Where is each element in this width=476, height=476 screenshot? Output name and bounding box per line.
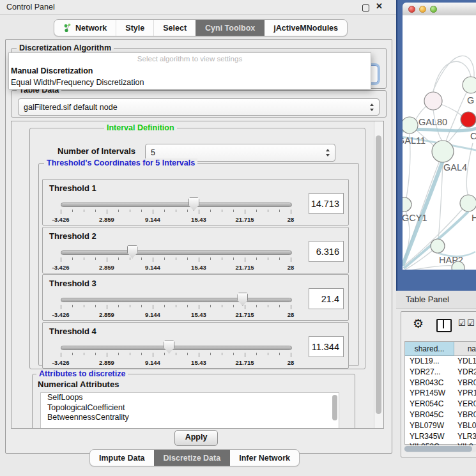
control-panel-tabbar: NetworkStyleSelectCyni ToolboxjActiveMNo…	[54, 19, 348, 36]
slider-track[interactable]	[61, 298, 292, 302]
network-node-gal4[interactable]	[432, 141, 454, 162]
slider-tick	[233, 257, 234, 260]
tab-style[interactable]: Style	[116, 20, 153, 36]
tab-label: Network	[75, 24, 107, 33]
network-node-g[interactable]	[463, 77, 476, 93]
list-scrollbar[interactable]	[332, 395, 337, 420]
slider-thumb[interactable]	[127, 245, 138, 259]
tab-cyni-toolbox[interactable]: Cyni Toolbox	[196, 20, 264, 36]
slider-track[interactable]	[61, 346, 292, 350]
cell-shared-name[interactable]: YBR045C	[405, 410, 454, 420]
slider-tick	[130, 257, 130, 260]
close-icon[interactable]: ✕	[376, 1, 383, 11]
column-header-shared-name[interactable]: shared...	[405, 342, 454, 356]
network-canvas[interactable]: GAL80GCGAL11GAL4GCY1HHAP2	[403, 15, 476, 270]
table-row[interactable]: YBR043CYBR0	[405, 378, 476, 388]
table-horizontal-scrollbar-thumb[interactable]	[404, 446, 472, 452]
zoom-traffic-light-icon[interactable]	[430, 6, 437, 13]
network-node-gcy1[interactable]	[403, 197, 411, 211]
cell-name[interactable]: YDL1	[454, 356, 476, 367]
slider-tick-label: 15.43	[191, 216, 206, 223]
slider-tick	[187, 210, 188, 212]
slider-tick	[84, 353, 84, 355]
cell-shared-name[interactable]: YBR043C	[405, 378, 454, 388]
vertical-scrollbar-thumb[interactable]	[376, 135, 381, 414]
cell-shared-name[interactable]: YPR145W	[405, 388, 454, 399]
network-node-gal80[interactable]	[424, 92, 442, 110]
threshold-3-slider[interactable]: -3.4262.8599.14415.4321.71528	[61, 296, 291, 318]
cell-shared-name[interactable]: YDL19...	[405, 356, 454, 367]
slider-tick	[256, 305, 257, 307]
cell-name[interactable]: YBR0	[454, 378, 476, 388]
threshold-4-slider[interactable]: -3.4262.8599.14415.4321.71528	[61, 344, 291, 366]
algorithm-option-manual-discretization[interactable]: Manual Discretization	[9, 65, 371, 77]
table-data-combobox[interactable]: galFiltered.sif default node	[18, 98, 380, 116]
cell-name[interactable]: YPR1	[454, 388, 476, 399]
slider-thumb[interactable]	[188, 197, 199, 211]
network-window-titlebar[interactable]	[403, 3, 476, 16]
tab-network[interactable]: Network	[54, 20, 116, 36]
table-toolbar: ⚙ ☑ ☑	[401, 312, 476, 337]
threshold-4-value-field[interactable]: 11.344	[309, 336, 344, 357]
network-node-gal11[interactable]	[403, 117, 418, 134]
cell-name[interactable]: YBL0	[454, 420, 476, 431]
cell-name[interactable]: YER0	[454, 399, 476, 410]
control-panel-titlebar: Control Panel ✕	[0, 0, 396, 15]
slider-track[interactable]	[61, 203, 292, 207]
threshold-3-value-field[interactable]: 21.4	[309, 288, 344, 309]
tab-discretize-data[interactable]: Discretize Data	[154, 450, 230, 466]
attribute-item-betweennesscentrality[interactable]: BetweennessCentrality	[41, 413, 339, 423]
slider-thumb[interactable]	[237, 293, 248, 306]
node-label: G	[467, 95, 474, 105]
network-node-hap2[interactable]	[431, 239, 445, 253]
minimize-traffic-light-icon[interactable]	[419, 6, 426, 13]
close-traffic-light-icon[interactable]	[408, 6, 415, 13]
tab-infer-network[interactable]: Infer Network	[229, 450, 299, 466]
threshold-4-panel: Threshold 4-3.4262.8599.14415.4321.71528…	[42, 322, 349, 369]
table-row[interactable]: YER054CYER0	[405, 399, 476, 410]
network-node-h[interactable]	[460, 195, 476, 211]
table-row[interactable]: YBR045CYBR0	[405, 410, 476, 420]
threshold-1-slider[interactable]: -3.4262.8599.14415.4321.71528	[61, 201, 291, 223]
slider-thumb[interactable]	[164, 341, 174, 354]
threshold-1-label: Threshold 1	[49, 183, 96, 193]
table-row[interactable]: YDR27...YDR2	[405, 367, 476, 378]
vertical-scrollbar[interactable]	[374, 121, 383, 428]
algorithm-option-equal-width-frequency-discretization[interactable]: Equal Width/Frequency Discretization	[9, 77, 371, 88]
threshold-2-slider[interactable]: -3.4262.8599.14415.4321.71528	[61, 249, 291, 271]
attribute-item-topologicalcoefficient[interactable]: TopologicalCoefficient	[41, 403, 339, 413]
slider-tick	[107, 305, 107, 309]
cell-shared-name[interactable]: YBL079W	[405, 420, 454, 431]
cell-shared-name[interactable]: YER054C	[405, 399, 454, 410]
table-row[interactable]: YDL19...YDL1	[405, 356, 476, 367]
table-horizontal-scrollbar[interactable]	[404, 445, 476, 452]
cell-shared-name[interactable]: YDR27...	[405, 367, 454, 378]
cell-shared-name[interactable]: YLR345W	[405, 431, 454, 442]
tab-impute-data[interactable]: Impute Data	[90, 450, 154, 466]
tab-label: jActiveMNodules	[273, 24, 338, 33]
checkbox-icon[interactable]: ☑	[467, 318, 475, 328]
slider-track[interactable]	[61, 250, 292, 255]
cell-name[interactable]: YDR2	[454, 367, 476, 378]
table-row[interactable]: YPR145WYPR1	[405, 388, 476, 399]
cell-name[interactable]: YLR3	[454, 431, 476, 442]
tab-select[interactable]: Select	[153, 20, 196, 36]
table-row[interactable]: YLR345WYLR3	[405, 431, 476, 442]
apply-button[interactable]: Apply	[174, 430, 218, 446]
threshold-1-value-field[interactable]: 14.713	[309, 193, 344, 214]
cell-name[interactable]: YBR0	[454, 410, 476, 420]
gear-icon[interactable]: ⚙	[413, 316, 424, 331]
network-node-c[interactable]	[461, 112, 476, 127]
table-row[interactable]: YBL079WYBL0	[405, 420, 476, 431]
checkbox-icon[interactable]: ☑	[458, 318, 466, 328]
slider-tick	[118, 305, 119, 307]
split-view-icon[interactable]	[436, 319, 452, 332]
column-header-name[interactable]: na	[454, 342, 476, 356]
tab-jactivemnodules[interactable]: jActiveMNodules	[264, 20, 347, 36]
float-window-icon[interactable]	[362, 4, 369, 12]
numerical-attributes-list[interactable]: SelfLoopsTopologicalCoefficientBetweenne…	[40, 392, 339, 429]
attribute-item-selfloops[interactable]: SelfLoops	[41, 393, 339, 403]
slider-tick	[164, 210, 165, 212]
slider-tick	[199, 353, 199, 357]
threshold-2-value-field[interactable]: 6.316	[309, 241, 344, 262]
